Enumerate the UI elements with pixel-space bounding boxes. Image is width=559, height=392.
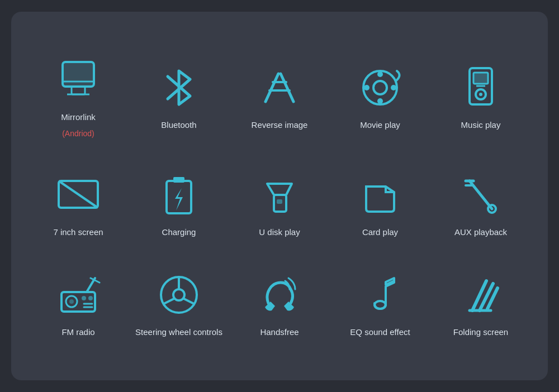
svg-rect-3 [72, 87, 85, 94]
item-eq-sound: EQ sound effect [333, 270, 428, 338]
handsfree-icon [254, 270, 305, 320]
svg-rect-0 [63, 62, 94, 87]
item-mirrorlink: Mirrorlink (Andriod) [31, 55, 126, 138]
item-music-play: Music play [433, 63, 528, 131]
svg-rect-26 [277, 199, 282, 204]
folding-screen-icon [456, 270, 506, 320]
item-handsfree: Handsfree [232, 270, 327, 338]
item-reverse-image: Reverse image [232, 63, 327, 131]
card-play-label: Card play [362, 227, 398, 238]
svg-point-36 [82, 296, 86, 300]
svg-point-13 [364, 85, 369, 90]
row-2: 7 inch screen Charging [28, 170, 531, 238]
music-play-label: Music play [461, 119, 501, 131]
svg-line-43 [164, 299, 174, 304]
item-bluetooth: Bluetooth [131, 63, 226, 131]
u-disk-icon [254, 170, 305, 220]
item-aux: AUX playback [433, 170, 528, 238]
item-charging: Charging [131, 170, 226, 238]
features-card: Mirrorlink (Andriod) Bluetooth [11, 12, 548, 380]
folding-screen-label: Folding screen [453, 327, 508, 338]
steering-wheel-icon [154, 270, 204, 320]
eq-sound-label: EQ sound effect [350, 327, 410, 338]
row-3: FM radio Steering wheel controls [28, 270, 531, 338]
svg-point-10 [373, 81, 387, 94]
charging-icon [154, 170, 204, 220]
item-7inch-screen: 7 inch screen [31, 170, 126, 238]
svg-rect-24 [173, 177, 184, 183]
reverse-image-icon [254, 63, 305, 113]
svg-point-35 [69, 299, 74, 304]
row-1: Mirrorlink (Andriod) Bluetooth [28, 55, 531, 138]
screen-icon [53, 170, 103, 220]
bluetooth-icon [154, 63, 204, 113]
charging-label: Charging [162, 227, 196, 238]
item-folding-screen: Folding screen [433, 270, 528, 338]
u-disk-label: U disk play [259, 227, 300, 238]
svg-line-46 [472, 281, 486, 310]
item-fm-radio: FM radio [31, 270, 126, 338]
svg-point-45 [375, 301, 386, 309]
svg-point-19 [479, 93, 482, 96]
movie-play-label: Movie play [360, 119, 400, 131]
svg-point-11 [377, 71, 383, 77]
svg-line-22 [59, 181, 98, 208]
card-play-icon [355, 170, 405, 220]
fm-radio-icon [53, 270, 103, 320]
item-card-play: Card play [333, 170, 428, 238]
svg-line-44 [184, 299, 194, 304]
svg-point-14 [391, 85, 396, 90]
eq-sound-icon [355, 270, 405, 320]
mirrorlink-icon [53, 55, 103, 105]
svg-point-12 [377, 98, 383, 104]
item-movie-play: Movie play [333, 63, 428, 131]
aux-icon [456, 170, 506, 220]
reverse-image-label: Reverse image [252, 119, 308, 131]
steering-wheel-label: Steering wheel controls [135, 327, 222, 338]
movie-play-icon [355, 63, 405, 113]
fm-radio-label: FM radio [61, 327, 94, 338]
svg-line-27 [470, 181, 492, 209]
svg-rect-16 [473, 73, 488, 84]
music-play-icon [456, 63, 506, 113]
mirrorlink-label: Mirrorlink [61, 112, 96, 123]
aux-label: AUX playback [454, 227, 507, 238]
svg-point-37 [88, 296, 93, 300]
handsfree-label: Handsfree [260, 327, 299, 338]
svg-line-6 [281, 74, 293, 102]
mirrorlink-sublabel: (Andriod) [62, 129, 94, 138]
svg-line-5 [266, 74, 278, 102]
bluetooth-label: Bluetooth [161, 119, 196, 131]
screen-label: 7 inch screen [53, 227, 103, 238]
item-steering-wheel: Steering wheel controls [131, 270, 226, 338]
item-u-disk: U disk play [232, 170, 327, 238]
